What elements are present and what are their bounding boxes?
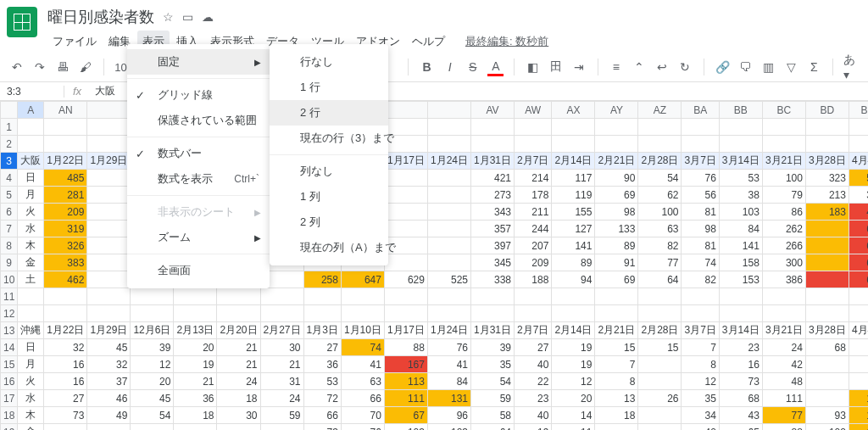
cell[interactable]: 73 (303, 424, 341, 431)
cell[interactable]: 4月4日 (849, 322, 868, 339)
cell[interactable] (595, 119, 638, 136)
cell[interactable] (849, 288, 868, 305)
cell[interactable]: 103 (427, 424, 470, 431)
cell[interactable]: 41 (427, 356, 470, 373)
menu-item-protected[interactable]: 保護されている範囲 (127, 108, 270, 133)
cell[interactable] (805, 237, 849, 254)
document-title[interactable]: 曜日別感染者数 (47, 7, 154, 27)
cell[interactable]: 153 (719, 271, 762, 288)
cell[interactable]: 2月14日 (552, 322, 595, 339)
cell[interactable] (427, 136, 470, 153)
cell[interactable]: 53 (303, 373, 341, 390)
cell[interactable] (384, 221, 427, 237)
cell[interactable] (87, 254, 131, 271)
cell[interactable] (471, 305, 515, 322)
cell[interactable]: 1月31日 (471, 153, 515, 170)
cell[interactable]: 357 (471, 221, 515, 237)
cell[interactable] (384, 170, 427, 187)
text-color-icon[interactable]: A (487, 58, 504, 76)
cell[interactable] (805, 271, 849, 288)
cell[interactable]: 49 (87, 407, 131, 424)
cell[interactable]: 27 (515, 339, 552, 356)
cell[interactable]: 89 (595, 237, 638, 254)
cell[interactable]: 26 (638, 390, 682, 407)
row-header[interactable]: 9 (1, 254, 18, 271)
cell[interactable] (762, 119, 805, 136)
cell[interactable]: 76 (341, 424, 384, 431)
cell[interactable] (44, 424, 87, 431)
cell[interactable]: 59 (471, 390, 515, 407)
cell[interactable]: 111 (384, 390, 427, 407)
cell[interactable]: 59 (260, 407, 303, 424)
cell[interactable]: 16 (719, 356, 762, 373)
menu-item-2cols[interactable]: 2 列 (270, 209, 388, 235)
cell[interactable] (638, 119, 682, 136)
cell[interactable]: 209 (44, 204, 87, 221)
cell[interactable] (44, 288, 87, 305)
cell[interactable] (638, 136, 682, 153)
cell[interactable] (427, 305, 470, 322)
cell[interactable]: 39 (131, 339, 174, 356)
cell[interactable]: 421 (471, 170, 515, 187)
rotate-icon[interactable]: ↻ (677, 58, 693, 76)
cell[interactable] (805, 136, 849, 153)
menu-item-1col[interactable]: 1 列 (270, 184, 388, 209)
cell[interactable] (805, 356, 849, 373)
cell[interactable]: 383 (44, 254, 87, 271)
cell[interactable] (552, 136, 595, 153)
cell[interactable] (762, 136, 805, 153)
cell[interactable]: 3月14日 (719, 153, 762, 170)
cell[interactable] (719, 119, 762, 136)
cell[interactable] (260, 424, 303, 431)
cell[interactable] (638, 373, 682, 390)
cell[interactable]: 96 (427, 407, 470, 424)
cell[interactable]: 64 (638, 271, 682, 288)
cell[interactable]: 131 (427, 390, 470, 407)
cell[interactable]: 213 (805, 187, 849, 204)
cell[interactable]: 日 (18, 170, 44, 187)
cell[interactable] (87, 305, 131, 322)
paint-format-icon[interactable]: 🖌 (77, 58, 93, 76)
cell[interactable]: 244 (515, 221, 552, 237)
cell[interactable]: 54 (131, 407, 174, 424)
cell[interactable]: 32 (87, 356, 131, 373)
cell[interactable]: 金 (18, 424, 44, 431)
menu-item-current-row[interactable]: 現在の行（3）まで (270, 126, 388, 151)
cell[interactable] (805, 288, 849, 305)
cell[interactable] (719, 305, 762, 322)
cell[interactable] (471, 288, 515, 305)
menu-item-2rows[interactable]: 2 行 (270, 100, 388, 126)
cell[interactable]: 24 (260, 390, 303, 407)
cell[interactable]: 3月28日 (805, 153, 849, 170)
menu-item-formulabar[interactable]: ✓数式バー (127, 141, 270, 166)
cell[interactable] (471, 136, 515, 153)
row-header[interactable]: 8 (1, 237, 18, 254)
cell[interactable] (87, 187, 131, 204)
cell[interactable] (682, 288, 719, 305)
star-icon[interactable]: ☆ (163, 10, 174, 24)
menu-item-zoom[interactable]: ズーム▶ (127, 225, 270, 250)
cell[interactable]: 432 (849, 204, 868, 221)
cell[interactable]: 66 (341, 390, 384, 407)
cell[interactable]: 2月7日 (515, 322, 552, 339)
cell[interactable] (682, 305, 719, 322)
cell[interactable] (384, 187, 427, 204)
cell[interactable]: 647 (341, 271, 384, 288)
cell[interactable]: 67 (384, 407, 427, 424)
cell[interactable]: 沖縄 (18, 322, 44, 339)
cell[interactable] (427, 237, 470, 254)
cell[interactable]: 16 (44, 373, 87, 390)
cell[interactable] (341, 305, 384, 322)
cell[interactable]: 629 (384, 271, 427, 288)
cell[interactable]: 155 (552, 204, 595, 221)
cell[interactable] (87, 170, 131, 187)
cell[interactable]: 127 (552, 221, 595, 237)
cell[interactable]: 323 (805, 170, 849, 187)
cell[interactable]: 319 (44, 221, 87, 237)
cell[interactable]: 63 (341, 373, 384, 390)
cell[interactable]: 20 (552, 390, 595, 407)
cell[interactable]: 158 (719, 254, 762, 271)
cell[interactable]: 20 (131, 373, 174, 390)
row-header[interactable]: 5 (1, 187, 18, 204)
functions-icon[interactable]: Σ (806, 58, 822, 76)
